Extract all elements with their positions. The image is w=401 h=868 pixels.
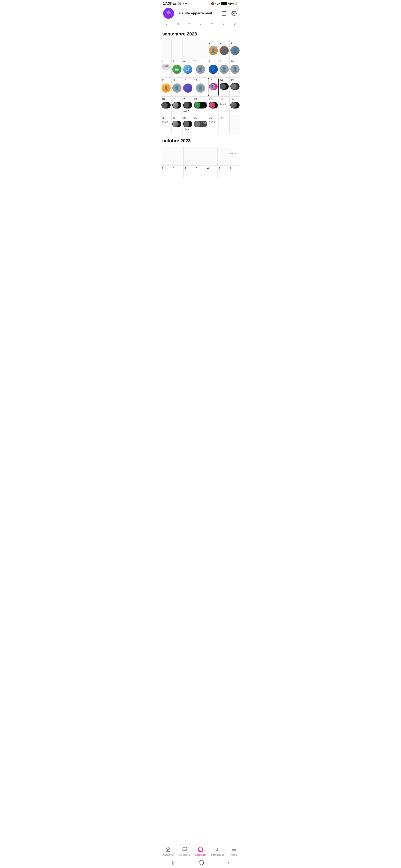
oct-day-3[interactable]: 3 xyxy=(172,166,183,178)
oct-day-4[interactable]: 4 xyxy=(183,166,195,178)
oct-empty-4 xyxy=(195,147,206,166)
settings-button[interactable] xyxy=(230,9,238,17)
gesture-bar: ||| ‹ xyxy=(160,858,241,868)
sep-day-3[interactable]: 3 👤 xyxy=(230,40,240,59)
sep-15-avatar: 👤 xyxy=(209,84,215,90)
today-label: Aujourd'hui xyxy=(163,854,174,856)
tiktok-icon: ♪ xyxy=(182,2,184,5)
sep-day-22[interactable]: 22 xyxy=(208,96,219,115)
gesture-circle[interactable] xyxy=(199,860,204,865)
oct-day-2[interactable]: 2 xyxy=(161,166,172,178)
sep-day-4[interactable]: 4 Matahi ... xyxy=(161,59,171,78)
sep-empty-3 xyxy=(182,40,193,59)
sep-day-5[interactable]: 5 🏔 xyxy=(171,59,182,78)
oct-day-8[interactable]: 8 xyxy=(229,166,240,178)
svg-point-7 xyxy=(233,13,235,14)
battery-level: 65% xyxy=(228,2,234,5)
sep-day-23[interactable]: 23 130 € xyxy=(219,96,230,115)
nav-today[interactable]: Aujourd'hui xyxy=(161,846,176,857)
sep-22-avatar xyxy=(209,102,215,108)
camera-icon: 📷 xyxy=(173,2,176,5)
sep-day-18[interactable]: 18 xyxy=(161,96,171,115)
oct-day-1[interactable]: 1 120 € xyxy=(229,147,240,166)
status-time: 17:38 xyxy=(163,2,172,5)
svg-point-12 xyxy=(199,850,200,850)
sep-8-avatar: 👤 xyxy=(209,65,218,74)
sep-9-avatar: 👤 xyxy=(220,65,229,74)
sep-day-15[interactable]: 15 👤 xyxy=(208,78,219,96)
oct-empty-3 xyxy=(183,147,195,166)
sep-14-avatar: 👤 xyxy=(196,84,205,93)
september-title: septembre 2023 xyxy=(161,27,240,40)
menu-icon xyxy=(231,847,236,853)
sep-16-avatar xyxy=(220,84,226,89)
sep-3-avatar: 👤 xyxy=(230,46,239,55)
sep-day-8[interactable]: 8 👤 xyxy=(208,59,219,78)
sep-day-1[interactable]: 1 👤 xyxy=(208,40,219,59)
sep-day-9[interactable]: 9 👤 xyxy=(219,59,230,78)
day-M1: M xyxy=(172,21,183,27)
sep-12-avatar: 👤 xyxy=(172,84,181,93)
sep-28-avatar xyxy=(195,121,200,127)
menu-label: Menu xyxy=(231,854,237,856)
sep-day-25[interactable]: 25 120 € xyxy=(161,115,171,134)
oct-day-6[interactable]: 6 xyxy=(206,166,218,178)
oct-empty-2 xyxy=(172,147,183,166)
sep-day-17[interactable]: 17 xyxy=(230,78,240,96)
sep-day-20[interactable]: 20 120 € xyxy=(182,96,193,115)
sep-day-28[interactable]: 28 Ynes +1 xyxy=(193,115,208,134)
sep-day-27[interactable]: 27 120 € xyxy=(182,115,193,134)
bottom-navigation: Aujourd'hui Messages xyxy=(160,844,241,868)
svg-point-1 xyxy=(167,10,171,14)
sep-day-21[interactable]: 21 xyxy=(193,96,208,115)
gesture-back[interactable]: ‹ xyxy=(228,861,229,865)
sep-day-12[interactable]: 12 👤 xyxy=(171,78,182,96)
messages-label: Messages xyxy=(179,854,190,856)
sep-19-avatar xyxy=(173,102,178,108)
nav-informations[interactable]: Informations xyxy=(209,846,226,857)
nav-calendar[interactable]: Calendrier xyxy=(194,846,208,857)
sep-empty-2 xyxy=(171,40,182,59)
message-status-icon: 💬 xyxy=(178,2,181,5)
day-M2: M xyxy=(183,21,195,27)
sep-day-16[interactable]: 16 xyxy=(219,78,230,96)
sep-21-avatar xyxy=(195,102,200,108)
nav-menu[interactable]: Menu xyxy=(228,846,240,857)
day-L: L xyxy=(161,21,172,27)
sep-7-avatar: 👤 xyxy=(196,65,205,74)
status-bar: 17:38 📷 💬 ♪ 🔕 4G+ ▋▋▋ 65% 🔋 xyxy=(160,0,241,6)
sep-day-10[interactable]: 10 👤 xyxy=(230,59,240,78)
svg-rect-8 xyxy=(199,848,202,851)
sep-day-13[interactable]: 13 👤 xyxy=(182,78,193,96)
apartment-name[interactable]: La suite appartement co... xyxy=(176,11,218,16)
signal-bars: ▋▋▋ xyxy=(221,2,227,5)
svg-point-2 xyxy=(166,14,171,18)
sep-day-7[interactable]: 7 👤 xyxy=(193,59,208,78)
sep-day-2[interactable]: 2 👤 xyxy=(219,40,230,59)
day-D: D xyxy=(229,21,240,27)
sep-1-avatar: 👤 xyxy=(209,46,218,55)
sep-empty-end xyxy=(230,115,240,134)
sep-day-11[interactable]: 11 👤 xyxy=(161,78,171,96)
sep-day-26[interactable]: 26 xyxy=(171,115,182,134)
informations-label: Informations xyxy=(211,854,224,856)
oct-day-5[interactable]: 5 xyxy=(195,166,206,178)
oct-empty-1 xyxy=(161,147,172,166)
apartment-avatar[interactable] xyxy=(163,8,174,19)
sim-icon: 🔕 xyxy=(211,2,214,5)
sep-24-avatar xyxy=(231,102,237,108)
sep-day-30[interactable]: 30 xyxy=(219,115,230,134)
sep-empty-1 xyxy=(161,40,171,59)
nav-messages[interactable]: Messages xyxy=(178,846,192,857)
oct-day-7[interactable]: 7 xyxy=(218,166,229,178)
sep-13-avatar: 👤 xyxy=(183,84,192,93)
october-calendar: octobre 2023 1 120 € 2 3 4 5 6 7 xyxy=(160,134,241,178)
sep-day-6[interactable]: 6 🏞 xyxy=(182,59,193,78)
sep-day-24[interactable]: 24 xyxy=(230,96,240,115)
sep-day-29[interactable]: 29 130 € xyxy=(208,115,219,134)
day-V: V xyxy=(206,21,218,27)
sep-day-14[interactable]: 14 👤 xyxy=(193,78,208,96)
calendar-view-button[interactable] xyxy=(220,9,228,17)
dot-indicator xyxy=(185,3,187,4)
sep-day-19[interactable]: 19 xyxy=(171,96,182,115)
